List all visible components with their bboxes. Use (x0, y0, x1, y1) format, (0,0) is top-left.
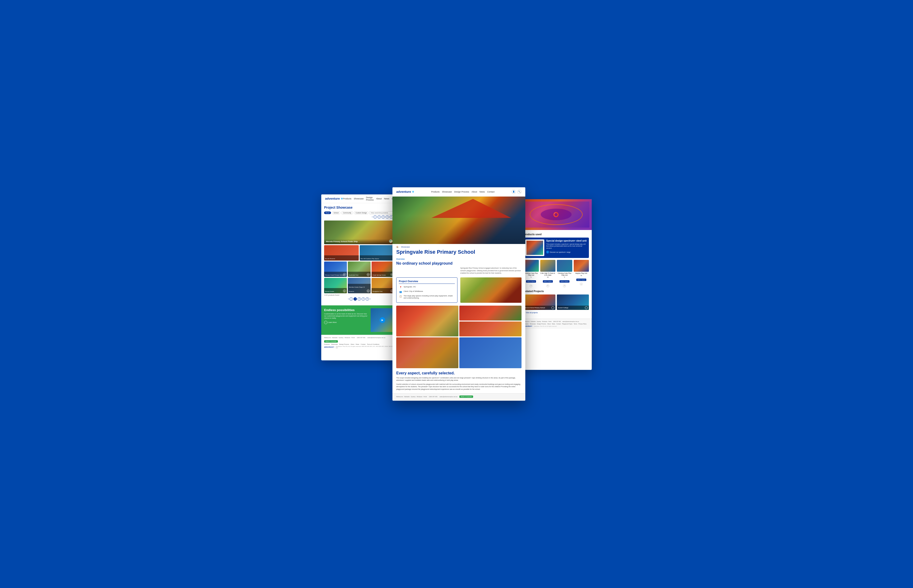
rf-terms[interactable]: Terms (574, 323, 577, 325)
nav-design[interactable]: Design Process (366, 196, 374, 201)
add-icon-2[interactable]: + (546, 284, 549, 288)
play-btn-6[interactable]: ▶ (343, 289, 346, 292)
center-logo[interactable]: adventure + (396, 190, 414, 194)
cta-image[interactable]: ▶ (371, 308, 394, 332)
cta-link[interactable]: → Learn More (324, 321, 369, 324)
filter-community[interactable]: Community (341, 211, 353, 214)
related-arrow-2[interactable]: → (585, 306, 588, 309)
page-3[interactable]: 3 (382, 215, 385, 219)
next-arrow-bottom[interactable]: › (370, 297, 371, 300)
product-img-4 (574, 260, 589, 272)
related-name-2: Scotch College (558, 307, 568, 309)
center-image-grid (392, 305, 525, 371)
add-to-inquiry-3[interactable]: Add to Inquiry (560, 280, 570, 283)
cnav-contact[interactable]: Contact (487, 191, 494, 193)
page-2[interactable]: 2 (377, 215, 381, 219)
prev-arrow-bottom[interactable]: ‹ (348, 297, 349, 300)
search-input[interactable] (369, 211, 394, 214)
product-card-3: Climbing Cube Plus Play Unit $ Add to In… (557, 260, 572, 288)
project-overview-container: Project Overview 📍 Springvale, VIC 👥 Cli… (396, 278, 457, 303)
rf-playground-types[interactable]: Playground Types (562, 323, 573, 325)
page-b5[interactable]: 5 (366, 297, 369, 300)
thumb-clyde[interactable]: Clyde Springs Estate ▶ (372, 262, 394, 277)
page-b3[interactable]: 3 (358, 297, 361, 300)
grid-img-1 (396, 305, 458, 336)
fn-news[interactable]: News (356, 344, 359, 345)
breadcrumb-parent[interactable]: Showcase (401, 246, 410, 248)
fn-products[interactable]: Products (324, 344, 330, 345)
sd-link[interactable]: → Discover our spectrum+ range (546, 250, 587, 254)
add-icon-3[interactable]: + (563, 284, 566, 288)
cnav-design[interactable]: Design Process (454, 191, 469, 193)
sd-title: Special design spectrum+ steel unit (546, 239, 587, 242)
rf-showcase[interactable]: Showcase (530, 323, 536, 325)
thumb-bunzle[interactable]: Bunzle Reserve (324, 245, 359, 260)
play-btn-3[interactable]: ▶ (343, 273, 346, 276)
page-b2[interactable]: 2 (353, 297, 357, 300)
thumb-boxhill[interactable]: Box Hill Gardens Play Space (360, 245, 394, 260)
add-to-inquiry-4[interactable]: Add to Inquiry (576, 279, 586, 281)
page-1[interactable]: 1 (374, 215, 377, 219)
grid-row-2: Princes Creek Primary School ▶ Southside… (324, 262, 394, 277)
left-logo[interactable]: adventure + (325, 197, 343, 201)
page-b4[interactable]: 4 (362, 297, 365, 300)
filter-custom[interactable]: Custom Design (354, 211, 369, 214)
nav-showcase[interactable]: Showcase (354, 197, 364, 200)
thumb-elysian[interactable]: Elysian Estate ▶ (324, 278, 347, 293)
rf-design[interactable]: Design Process (537, 323, 546, 325)
cf-email: sales@adventureplus.net.au (439, 396, 457, 397)
fn-contact[interactable]: Contact (361, 344, 366, 345)
play-btn-7[interactable]: ▶ (367, 289, 370, 292)
thumb-meridian[interactable]: Meridian Estate Stage 13 Reserve ▶ (348, 278, 371, 293)
po-location-row: 📍 Springvale, VIC (399, 286, 455, 289)
thumb-southside[interactable]: Southside Park ▶ (348, 262, 371, 277)
made-in-btn: Made in Australia (324, 340, 338, 342)
add-to-inquiry-1[interactable]: Add to Inquiry (526, 280, 536, 283)
play-btn-4[interactable]: ▶ (367, 273, 370, 276)
center-person-icon[interactable]: 👤 (512, 190, 516, 194)
fn-terms[interactable]: Terms & Conditions (367, 344, 379, 345)
rf-privacy[interactable]: Privacy Policy (578, 323, 586, 325)
featured-arrow[interactable]: → (389, 239, 392, 243)
center-search-icon[interactable]: 🔍 (517, 190, 521, 194)
nav-about[interactable]: About (376, 197, 382, 200)
view-all-link[interactable]: → View all projects (523, 312, 589, 313)
thumb-label-8: Navigation Park (372, 291, 382, 292)
related-card-1[interactable]: Harvest Home Primary School → (523, 294, 555, 310)
filter-row: Rural School Community Custom Design ‹ 1… (324, 211, 394, 219)
nav-news[interactable]: News (384, 197, 390, 200)
rf-news[interactable]: News (552, 323, 555, 325)
fn-showcase[interactable]: Showcase (331, 344, 338, 345)
cnav-about[interactable]: About (471, 191, 477, 193)
related-card-2[interactable]: Scotch College → (557, 294, 589, 310)
fn-design[interactable]: Design Process (339, 344, 349, 345)
cnav-showcase[interactable]: Showcase (442, 191, 452, 193)
cta-play-btn[interactable]: ▶ (380, 317, 385, 323)
thumb-princes[interactable]: Princes Creek Primary School ▶ (324, 262, 347, 277)
featured-image[interactable]: Mernda Primary School Pirate Ship → (324, 221, 394, 244)
rf-contact[interactable]: Contact (556, 323, 561, 325)
nav-products[interactable]: Products (343, 197, 351, 200)
thumb-navigation[interactable]: Navigation Park ▶ (372, 278, 394, 293)
right-hero-img: ⭕ (521, 199, 592, 230)
every-section: Every aspect, carefully selected. The sc… (392, 371, 525, 391)
footer-top: Melbourne · Adelaide · Sydney · Brisbane… (324, 337, 394, 342)
cnav-news[interactable]: News (479, 191, 485, 193)
fn-about[interactable]: About (350, 344, 354, 345)
page-b1[interactable]: 1 (350, 297, 353, 300)
breadcrumb-home[interactable]: 🏠 (396, 246, 398, 248)
page-4[interactable]: 4 (385, 215, 389, 219)
related-arrow-1[interactable]: → (551, 306, 554, 309)
cta-section: Endless possibilities Customisation is a… (321, 305, 397, 335)
sd-link-text: Discover our spectrum+ range (550, 251, 570, 253)
filter-school[interactable]: School (332, 211, 340, 214)
prev-arrow[interactable]: ‹ (372, 215, 372, 218)
add-icon-4[interactable]: + (580, 283, 583, 286)
rf-about[interactable]: About (547, 323, 551, 325)
add-to-inquiry-2[interactable]: Add to Inquiry (543, 280, 553, 283)
every-title: Every aspect, carefully selected. (396, 371, 521, 375)
cnav-products[interactable]: Products (431, 191, 440, 193)
filter-rural[interactable]: Rural (324, 212, 331, 214)
center-nav: adventure + Products Showcase Design Pro… (392, 187, 525, 197)
add-icon-1[interactable]: + (529, 284, 533, 288)
